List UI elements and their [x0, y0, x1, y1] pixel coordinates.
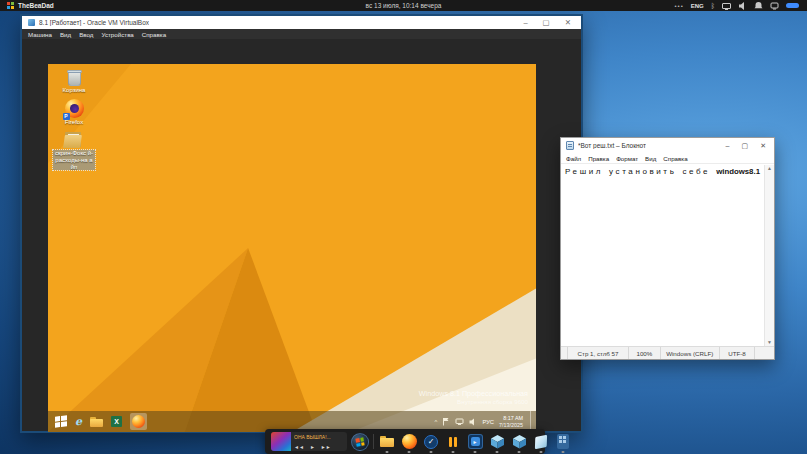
running-indicator: [562, 451, 565, 453]
virtualbox-titlebar[interactable]: 8.1 [Работает] - Oracle VM VirtualBox – …: [22, 16, 581, 29]
status-resize-grip[interactable]: [754, 347, 774, 359]
taskbar-icon-calculator[interactable]: [554, 430, 572, 453]
minimize-button[interactable]: –: [726, 142, 730, 149]
minimize-button[interactable]: –: [523, 19, 527, 27]
bell-icon[interactable]: [754, 1, 763, 10]
virtualbox-cube-icon: [490, 434, 505, 449]
media-player-widget[interactable]: ОНА ВЫШЛА!... ◄◄ ► ►►: [271, 432, 347, 451]
virtualbox-client-area: Корзина P Firefox скрин-Фокс й-расходы-н…: [22, 39, 581, 431]
notepad-titlebar[interactable]: *Вот реш.txt – Блокнот – ▢ ✕: [561, 138, 774, 153]
vm-clock[interactable]: 8:17 AM 7/13/2025: [499, 415, 523, 428]
notepad-statusbar: Стр 1, стлб 57 100% Windows (CRLF) UTF-8: [561, 346, 774, 359]
topbar-active-app[interactable]: TheBeaDad: [0, 2, 54, 9]
notepad-title: *Вот реш.txt – Блокнот: [578, 142, 646, 149]
icon-label: Firefox: [65, 119, 83, 126]
notepad-scrollbar[interactable]: ▲ ▼: [764, 165, 774, 346]
watermark-line1: Windows 8.1 Профессиональная: [419, 389, 528, 398]
running-indicator: [496, 451, 499, 453]
folder-icon: [63, 131, 85, 149]
notepad-app-icon: [566, 141, 574, 150]
running-indicator: [518, 451, 521, 453]
menu-format[interactable]: Формат: [616, 155, 638, 162]
virtualbox-window-controls: – ▢ ✕: [523, 19, 575, 27]
menu-input[interactable]: Ввод: [79, 31, 93, 38]
menu-view[interactable]: Вид: [645, 155, 656, 162]
virtualbox-menubar: Машина Вид Ввод Устройства Справка: [22, 29, 581, 39]
vm-language-indicator[interactable]: РУС: [482, 419, 494, 425]
running-indicator: [386, 451, 389, 453]
menu-edit[interactable]: Правка: [588, 155, 609, 162]
maximize-button[interactable]: ▢: [742, 142, 749, 149]
firefox-icon: [402, 434, 417, 449]
status-line-ending: Windows (CRLF): [660, 347, 719, 359]
maximize-button[interactable]: ▢: [543, 19, 550, 27]
taskbar-icon-explorer[interactable]: [378, 430, 396, 453]
bluetooth-icon[interactable]: ᛒ: [711, 2, 715, 9]
speaker-icon[interactable]: [738, 2, 747, 10]
menu-view[interactable]: Вид: [60, 31, 71, 38]
menu-machine[interactable]: Машина: [28, 31, 52, 38]
taskbar-icon-check-app[interactable]: ✓: [422, 430, 440, 453]
desktop-icon-recycle-bin[interactable]: Корзина: [53, 68, 95, 94]
vm-screen[interactable]: Корзина P Firefox скрин-Фокс й-расходы-н…: [48, 64, 536, 432]
internet-explorer-icon[interactable]: e: [75, 416, 82, 427]
status-zoom: 100%: [628, 347, 660, 359]
hidden-icons-chevron[interactable]: ^: [435, 419, 438, 425]
taskbar-icon-virtualbox-2[interactable]: [510, 430, 528, 453]
status-cursor-position: Стр 1, стлб 57: [567, 347, 628, 359]
display-icon[interactable]: [722, 3, 731, 9]
accent-pill-indicator[interactable]: [786, 3, 799, 8]
notes-icon: [535, 434, 547, 448]
volume-icon[interactable]: [469, 418, 477, 426]
notepad-menubar: Файл Правка Формат Вид Справка: [561, 153, 774, 164]
start-button[interactable]: [351, 433, 369, 451]
menu-file[interactable]: Файл: [566, 155, 581, 162]
taskbar-icon-firefox[interactable]: [400, 430, 418, 453]
notepad-window-controls: – ▢ ✕: [726, 142, 769, 149]
virtualbox-window: 8.1 [Работает] - Oracle VM VirtualBox – …: [20, 14, 583, 433]
action-center-flag-icon[interactable]: [442, 417, 450, 426]
network-icon[interactable]: [455, 418, 464, 426]
taskbar-icon-paused-media[interactable]: [444, 430, 462, 453]
firefox-taskbar-button-active[interactable]: [130, 413, 147, 430]
desktop-icon-folder[interactable]: скрин-Фокс й-расходы-на айп: [53, 131, 95, 171]
scroll-up-icon[interactable]: ▲: [767, 166, 772, 171]
taskbar-icon-virtualbox-1[interactable]: [488, 430, 506, 453]
media-info: ОНА ВЫШЛА!... ◄◄ ► ►►: [291, 432, 347, 451]
language-indicator[interactable]: ENG: [691, 3, 704, 9]
play-icon[interactable]: ►: [310, 445, 315, 450]
previous-track-icon[interactable]: ◄◄: [294, 445, 304, 450]
file-explorer-icon[interactable]: [90, 417, 103, 427]
taskbar-icon-video-player[interactable]: ►: [466, 430, 484, 453]
taskbar-divider: [373, 434, 374, 449]
word: установить: [609, 167, 676, 176]
next-track-icon[interactable]: ►►: [321, 445, 331, 450]
vm-date: 7/13/2025: [499, 422, 523, 428]
menu-help[interactable]: Справка: [142, 31, 166, 38]
screen: вс 13 июля, 10:14 вечера TheBeaDad ••• E…: [0, 0, 807, 454]
notepad-text-line: Решил установить себе windows8.1: [561, 165, 774, 176]
file-explorer-icon: [380, 436, 394, 447]
virtualbox-cube-icon: [512, 434, 527, 449]
close-button[interactable]: ✕: [565, 19, 571, 27]
app-window-icon: [7, 2, 14, 9]
icon-label: Корзина: [63, 87, 86, 94]
taskbar-icon-notes[interactable]: [532, 430, 550, 453]
calculator-icon: [557, 434, 569, 449]
menu-help[interactable]: Справка: [663, 155, 687, 162]
vm-start-button[interactable]: [55, 415, 67, 427]
overflow-icon[interactable]: •••: [674, 3, 683, 9]
menu-devices[interactable]: Устройства: [101, 31, 133, 38]
windows-watermark: Windows 8.1 Профессиональная Внутренняя …: [419, 389, 528, 405]
recycle-bin-icon: [67, 68, 82, 86]
vm-time: 8:17 AM: [499, 415, 523, 421]
track-title: ОНА ВЫШЛА!...: [294, 434, 345, 440]
close-button[interactable]: ✕: [760, 142, 766, 149]
scroll-down-icon[interactable]: ▼: [767, 340, 772, 345]
virtualbox-app-icon: [28, 19, 35, 26]
desktop-icon-firefox[interactable]: P Firefox: [53, 99, 95, 126]
device-icon[interactable]: [770, 2, 779, 10]
notepad-text-area[interactable]: Решил установить себе windows8.1 ▲ ▼: [561, 165, 774, 346]
excel-icon[interactable]: X: [111, 416, 122, 427]
running-indicator: [430, 451, 433, 453]
